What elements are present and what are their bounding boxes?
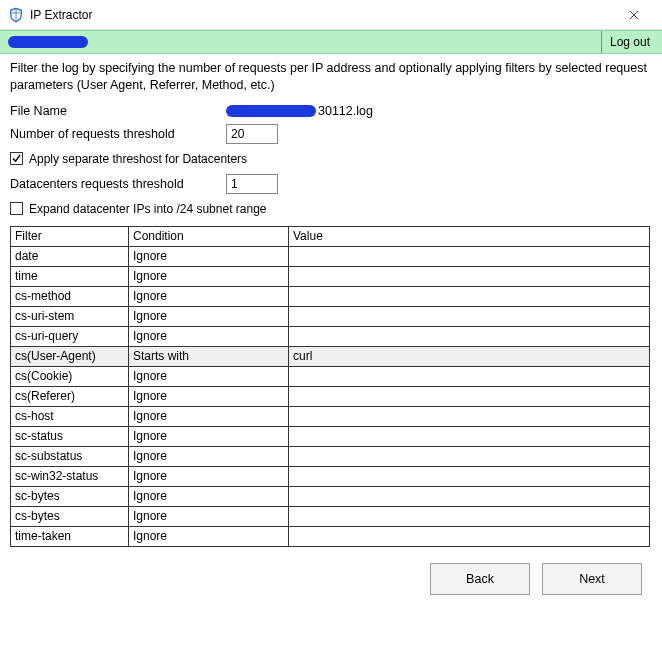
cell-value[interactable] (289, 506, 650, 526)
cell-value[interactable]: curl (289, 346, 650, 366)
cell-condition[interactable]: Ignore (129, 266, 289, 286)
cell-value[interactable] (289, 446, 650, 466)
cell-condition[interactable]: Ignore (129, 286, 289, 306)
table-row[interactable]: timeIgnore (11, 266, 650, 286)
threshold-input[interactable] (226, 124, 278, 144)
threshold-label: Number of requests threshold (10, 127, 226, 141)
window-close-button[interactable] (614, 0, 654, 30)
dc-threshold-input[interactable] (226, 174, 278, 194)
cell-condition[interactable]: Ignore (129, 506, 289, 526)
dc-threshold-label: Datacenters requests threshold (10, 177, 226, 191)
header-filter[interactable]: Filter (11, 226, 129, 246)
cell-value[interactable] (289, 466, 650, 486)
cell-condition[interactable]: Ignore (129, 526, 289, 546)
cell-condition[interactable]: Ignore (129, 246, 289, 266)
expand-checkbox[interactable] (10, 202, 23, 215)
cell-condition[interactable]: Ignore (129, 466, 289, 486)
expand-checkbox-label: Expand datacenter IPs into /24 subnet ra… (29, 202, 267, 216)
cell-value[interactable] (289, 286, 650, 306)
cell-filter[interactable]: cs-uri-query (11, 326, 129, 346)
cell-value[interactable] (289, 366, 650, 386)
cell-value[interactable] (289, 246, 650, 266)
cell-value[interactable] (289, 526, 650, 546)
dc-checkbox-row: Apply separate threshost for Datacenters (10, 152, 652, 166)
table-row[interactable]: time-takenIgnore (11, 526, 650, 546)
header-value[interactable]: Value (289, 226, 650, 246)
cell-filter[interactable]: cs-method (11, 286, 129, 306)
cell-filter[interactable]: time (11, 266, 129, 286)
logout-link[interactable]: Log out (601, 31, 658, 53)
filename-label: File Name (10, 104, 226, 118)
table-row[interactable]: cs(User-Agent)Starts withcurl (11, 346, 650, 366)
cell-condition[interactable]: Ignore (129, 386, 289, 406)
cell-filter[interactable]: date (11, 246, 129, 266)
cell-condition[interactable]: Ignore (129, 486, 289, 506)
table-row[interactable]: sc-win32-statusIgnore (11, 466, 650, 486)
cell-condition[interactable]: Ignore (129, 446, 289, 466)
filename-row: File Name 30112.log (10, 104, 652, 118)
filename-redacted (226, 105, 316, 117)
cell-filter[interactable]: cs-host (11, 406, 129, 426)
cell-filter[interactable]: cs(User-Agent) (11, 346, 129, 366)
table-row[interactable]: cs-bytesIgnore (11, 506, 650, 526)
cell-condition[interactable]: Ignore (129, 326, 289, 346)
footer-buttons: Back Next (10, 547, 652, 595)
table-row[interactable]: cs(Referer)Ignore (11, 386, 650, 406)
table-header-row: Filter Condition Value (11, 226, 650, 246)
cell-condition[interactable]: Ignore (129, 426, 289, 446)
cell-filter[interactable]: cs(Cookie) (11, 366, 129, 386)
table-row[interactable]: cs-uri-stemIgnore (11, 306, 650, 326)
cell-condition[interactable]: Starts with (129, 346, 289, 366)
cell-filter[interactable]: cs-uri-stem (11, 306, 129, 326)
content-area: Filter the log by specifying the number … (0, 54, 662, 595)
dc-checkbox[interactable] (10, 152, 23, 165)
description-text: Filter the log by specifying the number … (10, 60, 652, 94)
table-row[interactable]: sc-statusIgnore (11, 426, 650, 446)
filter-table[interactable]: Filter Condition Value dateIgnoretimeIgn… (10, 226, 650, 547)
cell-value[interactable] (289, 386, 650, 406)
cell-value[interactable] (289, 426, 650, 446)
table-row[interactable]: cs-uri-queryIgnore (11, 326, 650, 346)
cell-condition[interactable]: Ignore (129, 306, 289, 326)
cell-condition[interactable]: Ignore (129, 366, 289, 386)
filename-suffix: 30112.log (318, 104, 373, 118)
cell-filter[interactable]: sc-bytes (11, 486, 129, 506)
expand-checkbox-row: Expand datacenter IPs into /24 subnet ra… (10, 202, 652, 216)
user-banner: Log out (0, 30, 662, 54)
table-row[interactable]: sc-substatusIgnore (11, 446, 650, 466)
threshold-row: Number of requests threshold (10, 124, 652, 144)
cell-filter[interactable]: sc-substatus (11, 446, 129, 466)
back-button[interactable]: Back (430, 563, 530, 595)
app-shield-icon (8, 7, 24, 23)
cell-filter[interactable]: sc-status (11, 426, 129, 446)
header-condition[interactable]: Condition (129, 226, 289, 246)
cell-filter[interactable]: time-taken (11, 526, 129, 546)
table-row[interactable]: dateIgnore (11, 246, 650, 266)
titlebar: IP Extractor (0, 0, 662, 30)
username-redacted (8, 36, 88, 48)
next-button[interactable]: Next (542, 563, 642, 595)
cell-filter[interactable]: cs(Referer) (11, 386, 129, 406)
cell-value[interactable] (289, 306, 650, 326)
cell-value[interactable] (289, 406, 650, 426)
cell-value[interactable] (289, 266, 650, 286)
cell-value[interactable] (289, 326, 650, 346)
dc-threshold-row: Datacenters requests threshold (10, 174, 652, 194)
cell-filter[interactable]: cs-bytes (11, 506, 129, 526)
window-title: IP Extractor (30, 8, 614, 22)
close-icon (629, 10, 639, 20)
cell-condition[interactable]: Ignore (129, 406, 289, 426)
cell-value[interactable] (289, 486, 650, 506)
dc-checkbox-label: Apply separate threshost for Datacenters (29, 152, 247, 166)
cell-filter[interactable]: sc-win32-status (11, 466, 129, 486)
table-row[interactable]: cs-hostIgnore (11, 406, 650, 426)
table-row[interactable]: cs(Cookie)Ignore (11, 366, 650, 386)
table-row[interactable]: sc-bytesIgnore (11, 486, 650, 506)
table-row[interactable]: cs-methodIgnore (11, 286, 650, 306)
